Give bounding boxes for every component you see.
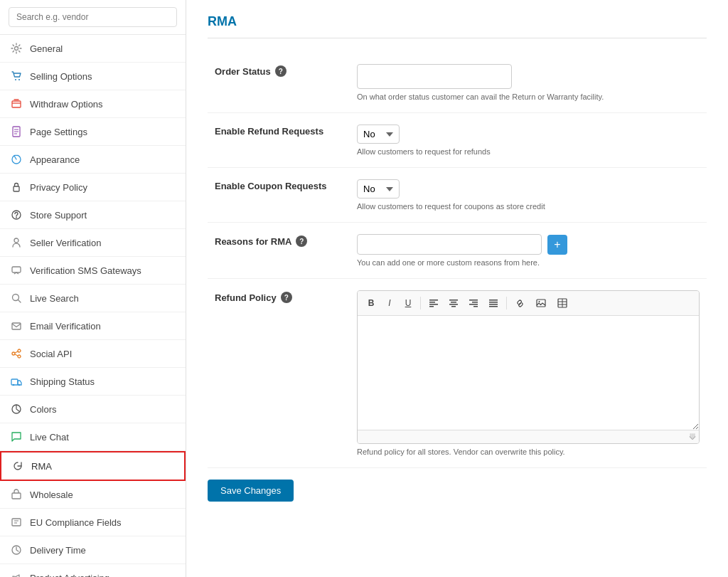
social-icon: [10, 347, 23, 360]
order-status-select[interactable]: Completed Processing On Hold: [363, 68, 505, 85]
reasons-rma-input[interactable]: [357, 234, 542, 255]
toolbar-align-left-button[interactable]: [425, 295, 442, 311]
settings-form: Order Status ? Completed Processing On H…: [208, 53, 707, 468]
enable-refund-select[interactable]: No Yes: [357, 125, 400, 144]
reasons-rma-help-icon[interactable]: ?: [296, 235, 307, 247]
appearance-icon: [10, 153, 23, 166]
sidebar-item-rma[interactable]: RMA: [0, 451, 186, 481]
search-icon: [10, 292, 23, 305]
toolbar-align-right-button[interactable]: [465, 295, 482, 311]
sidebar-item-seller-verification[interactable]: Seller Verification: [0, 229, 186, 257]
sidebar-item-page-settings[interactable]: Page Settings: [0, 118, 186, 146]
sidebar-item-withdraw-options[interactable]: Withdraw Options: [0, 90, 186, 118]
sidebar-item-shipping-status[interactable]: Shipping Status: [0, 368, 186, 396]
save-changes-button[interactable]: Save Changes: [208, 480, 294, 502]
sidebar-item-label-appearance: Appearance: [30, 154, 80, 165]
svg-point-21: [18, 384, 20, 386]
sidebar-search-input[interactable]: [9, 7, 177, 27]
sidebar-item-label-verification-sms: Verification SMS Gateways: [30, 265, 141, 276]
svg-rect-30: [429, 302, 435, 303]
sidebar-item-label-live-chat: Live Chat: [30, 432, 69, 443]
reasons-rma-input-row: +: [357, 234, 700, 255]
sidebar-item-appearance[interactable]: Appearance: [0, 146, 186, 174]
sidebar-item-colors[interactable]: Colors: [0, 396, 186, 423]
sidebar-item-eu-compliance[interactable]: EU Compliance Fields: [0, 509, 186, 536]
sidebar-item-product-advertising[interactable]: Product Advertising: [0, 564, 186, 577]
svg-line-17: [15, 351, 18, 353]
sidebar-item-privacy-policy[interactable]: Privacy Policy: [0, 174, 186, 201]
toolbar-underline-button[interactable]: U: [400, 295, 416, 311]
svg-rect-29: [429, 300, 438, 301]
sidebar-item-email-verification[interactable]: Email Verification: [0, 312, 186, 340]
refund-policy-help-icon[interactable]: ?: [281, 292, 292, 303]
enable-refund-field-cell: No Yes Allow customers to request for re…: [350, 113, 707, 168]
wholesale-icon: [10, 488, 23, 501]
enable-coupon-field-cell: No Yes Allow customers to request for co…: [350, 168, 707, 223]
sidebar-item-label-seller-verification: Seller Verification: [30, 238, 101, 248]
enable-coupon-description: Allow customers to request for coupons a…: [357, 202, 700, 211]
sidebar-item-store-support[interactable]: Store Support: [0, 201, 186, 229]
svg-rect-38: [472, 302, 478, 303]
toolbar-image-button[interactable]: [532, 295, 550, 311]
order-status-help-icon[interactable]: ?: [275, 65, 287, 77]
sidebar-item-label-wholesale: Wholesale: [30, 489, 73, 500]
sidebar-item-label-store-support: Store Support: [30, 210, 87, 221]
enable-coupon-select[interactable]: No Yes: [357, 179, 400, 198]
toolbar-align-center-button[interactable]: [445, 295, 462, 311]
enable-refund-label-cell: Enable Refund Requests: [208, 113, 350, 168]
toolbar-align-justify-button[interactable]: [485, 295, 502, 311]
sidebar-item-label-delivery-time: Delivery Time: [30, 545, 86, 556]
sms-icon: [10, 264, 23, 277]
svg-point-16: [18, 355, 21, 358]
order-status-description: On what order status customer can avail …: [357, 92, 700, 101]
sidebar-item-wholesale[interactable]: Wholesale: [0, 481, 186, 509]
svg-rect-19: [11, 379, 18, 385]
toolbar-bold-button[interactable]: B: [363, 295, 379, 311]
svg-rect-8: [14, 186, 19, 191]
sidebar-item-label-shipping-status: Shipping Status: [30, 376, 95, 387]
svg-rect-35: [449, 304, 458, 305]
svg-rect-31: [429, 304, 438, 305]
order-status-label-wrap: Order Status ?: [215, 65, 336, 77]
svg-rect-44: [489, 306, 498, 307]
sidebar-item-general[interactable]: General: [0, 35, 186, 63]
sidebar-item-label-withdraw-options: Withdraw Options: [30, 99, 103, 110]
sidebar-item-label-social-api: Social API: [30, 349, 72, 359]
svg-rect-34: [451, 302, 456, 303]
svg-point-20: [13, 384, 14, 386]
sidebar-item-selling-options[interactable]: Selling Options: [0, 63, 186, 90]
toolbar-separator-1: [420, 297, 421, 309]
email-icon: [10, 319, 23, 332]
refund-policy-label-cell: Refund Policy ?: [208, 279, 350, 468]
page-title: RMA: [208, 14, 707, 38]
toolbar-link-button[interactable]: [511, 295, 529, 311]
sidebar-item-label-product-advertising: Product Advertising: [30, 573, 109, 578]
svg-rect-23: [12, 493, 21, 499]
sidebar-item-delivery-time[interactable]: Delivery Time: [0, 536, 186, 564]
enable-refund-row: Enable Refund Requests No Yes Allow cust…: [208, 113, 707, 168]
sidebar-item-label-general: General: [30, 43, 63, 54]
svg-point-14: [18, 349, 21, 352]
refund-policy-description: Refund policy for all stores. Vendor can…: [357, 448, 700, 456]
reasons-rma-label-cell: Reasons for RMA ?: [208, 223, 350, 279]
svg-rect-37: [469, 300, 478, 301]
sidebar-item-live-search[interactable]: Live Search: [0, 285, 186, 312]
svg-rect-43: [489, 304, 498, 305]
svg-rect-33: [449, 300, 458, 301]
withdraw-icon: [10, 97, 23, 110]
sidebar: GeneralSelling OptionsWithdraw OptionsPa…: [0, 0, 186, 577]
sidebar-item-social-api[interactable]: Social API: [0, 340, 186, 368]
reasons-rma-add-button[interactable]: +: [547, 235, 567, 255]
sidebar-item-live-chat[interactable]: Live Chat: [0, 423, 186, 451]
toolbar-italic-button[interactable]: I: [382, 295, 397, 311]
refund-policy-editor-body[interactable]: [358, 316, 699, 430]
svg-rect-45: [537, 300, 545, 307]
toolbar-table-button[interactable]: [553, 295, 572, 311]
sidebar-item-label-privacy-policy: Privacy Policy: [30, 182, 87, 193]
editor-resize-handle: ⟱: [358, 430, 699, 443]
svg-rect-41: [489, 300, 498, 301]
svg-rect-32: [429, 306, 434, 307]
shipping-icon: [10, 375, 23, 388]
sidebar-item-verification-sms[interactable]: Verification SMS Gateways: [0, 257, 186, 285]
sidebar-item-label-page-settings: Page Settings: [30, 127, 87, 137]
